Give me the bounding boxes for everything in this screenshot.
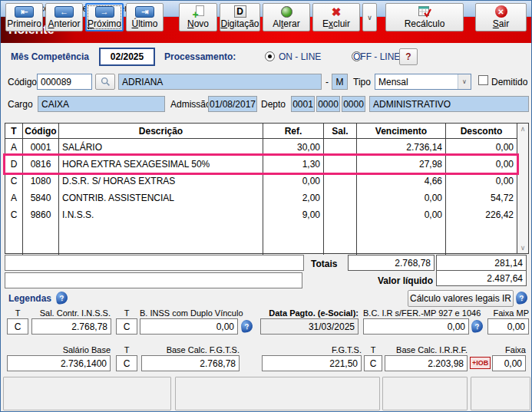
fgts-field[interactable]: 221,50: [262, 355, 362, 371]
online-radio[interactable]: [265, 51, 275, 61]
digitacao-label: Digitação: [220, 18, 259, 29]
base-fgts-value: 2.768,78: [200, 358, 236, 369]
col-header-sal[interactable]: Sal.: [324, 124, 357, 139]
excluir-button[interactable]: ✖ Excluir: [312, 3, 360, 31]
alterar-button[interactable]: Alterar: [263, 3, 310, 31]
cell-ref: 0,00: [263, 173, 324, 190]
demitido-checkbox[interactable]: [478, 75, 488, 85]
depto2-field: 0000: [316, 96, 340, 112]
tipo-chevron-down-icon[interactable]: ∨: [458, 74, 471, 89]
totals-empty-field-2[interactable]: [5, 272, 302, 288]
b-inss-duplo-field[interactable]: 0,00: [140, 318, 238, 335]
previous-record-icon: ←: [55, 6, 74, 18]
cell-ref: 1,30: [263, 156, 324, 173]
m-value: M: [336, 77, 344, 87]
col-header-descricao[interactable]: Descrição: [59, 124, 263, 139]
table-row[interactable]: C 1080 D.S.R. S/ HORAS EXTRAS 0,00 4,66 …: [5, 173, 517, 190]
primeiro-button[interactable]: ⇤ Primeiro: [5, 3, 43, 31]
table-header-row: T Código Descrição Ref. Sal. Vencimento …: [5, 124, 517, 139]
cell-vencimento: 0,00: [357, 190, 446, 206]
mes-competencia-field[interactable]: 02/2025: [99, 48, 155, 66]
cell-codigo: 0001: [23, 139, 59, 156]
totais-label: Totais: [311, 259, 337, 269]
base-irrf-field[interactable]: 2.203,98: [385, 355, 468, 371]
b-inss-duplo-help-icon[interactable]: ?: [240, 319, 253, 333]
sal-contr-inss-field[interactable]: 2.768,78: [31, 318, 111, 335]
cell-descricao: I.N.S.S.: [59, 206, 263, 223]
anterior-button[interactable]: ← Anterior: [45, 3, 83, 31]
sair-button[interactable]: ✕ Sair: [475, 3, 527, 31]
employee-name-value: ADRIANA: [122, 77, 163, 87]
proximo-button[interactable]: → Próximo: [85, 3, 124, 31]
cell-sal: [324, 139, 357, 156]
cell-ref: 9,00: [263, 206, 324, 223]
fgts-value: 221,50: [329, 358, 358, 369]
table-scrollbar[interactable]: ∧ ∨: [517, 124, 528, 253]
cell-ref: 30,00: [263, 139, 324, 156]
calculo-ir-label: Cálculo valores legais IR: [410, 293, 511, 304]
cell-sal: [324, 190, 357, 206]
legendas-help-icon[interactable]: ?: [55, 291, 68, 305]
t-label-3: T: [116, 345, 137, 354]
mes-competencia-value: 02/2025: [111, 51, 144, 62]
valor-liquido-field: 2.487,64: [436, 270, 527, 286]
search-button[interactable]: [95, 74, 115, 90]
chevron-down-icon: ∨: [367, 14, 372, 21]
table-row[interactable]: C 9860 I.N.S.S. 9,00 0,00 226,42: [5, 206, 517, 223]
cell-descricao: D.S.R. S/ HORAS EXTRAS: [59, 173, 263, 190]
novo-button[interactable]: + Novo: [179, 3, 217, 31]
sair-label: Sair: [493, 18, 509, 29]
sal-contr-inss-label: Sal. Contr. I.N.S.S.: [31, 308, 111, 318]
excluir-dropdown-button[interactable]: ∨: [362, 3, 377, 31]
employee-name-field[interactable]: ADRIANA: [118, 74, 322, 90]
cell-desconto: 0,00: [446, 173, 517, 190]
depto-nome-value: ADMINISTRATIVO: [373, 99, 451, 110]
cell-vencimento: 27,98: [357, 156, 446, 173]
recalc-sheet-icon: [418, 6, 431, 18]
primeiro-label: Primeiro: [7, 18, 41, 29]
depto-nome-field: ADMINISTRATIVO: [369, 96, 529, 112]
cell-desconto: 54,72: [446, 190, 517, 206]
bc-ir-fer-field[interactable]: 0,00: [363, 318, 469, 335]
table-empty-rows: [5, 223, 517, 255]
tipo-select[interactable]: Mensal ∨: [375, 74, 471, 90]
t-label-4: T: [364, 345, 382, 354]
offline-radio-label[interactable]: OFF - LINE: [353, 51, 400, 62]
faixa-mp-field[interactable]: 0,00: [487, 318, 529, 335]
totals-empty-field-1[interactable]: [5, 255, 304, 271]
b-inss-duplo-t-field[interactable]: C: [116, 318, 137, 335]
sal-contr-inss-t-field[interactable]: C: [7, 318, 28, 335]
demitido-label[interactable]: Demitido: [491, 77, 527, 87]
digitacao-button[interactable]: D Digitação: [220, 3, 260, 31]
recalculo-button[interactable]: Recálculo: [385, 3, 464, 31]
t-value: C: [124, 358, 131, 369]
calculo-ir-help-icon[interactable]: ?: [515, 291, 528, 305]
next-record-icon: →: [95, 6, 114, 18]
salario-base-field[interactable]: 2.736,1400: [7, 355, 111, 371]
scroll-up-icon[interactable]: ∧: [520, 125, 526, 133]
base-irrf-value: 2.203,98: [428, 358, 464, 369]
ultimo-label: Último: [131, 18, 157, 29]
base-fgts-t-field[interactable]: C: [116, 355, 137, 371]
faixa-field[interactable]: 0,00: [492, 355, 526, 371]
ultimo-button[interactable]: ⇥ Último: [126, 3, 164, 31]
faixa-mp-value: 0,00: [507, 321, 525, 332]
scroll-down-icon[interactable]: ∨: [520, 244, 526, 252]
online-radio-label[interactable]: ON - LINE: [279, 51, 321, 62]
fgts-label: F.G.T.S.: [262, 345, 362, 354]
help-button[interactable]: ?: [399, 48, 418, 65]
calculo-valores-legais-ir-button[interactable]: Cálculo valores legais IR: [408, 290, 514, 307]
col-header-vencimento[interactable]: Vencimento: [357, 124, 446, 139]
col-header-codigo[interactable]: Código: [23, 124, 59, 139]
bc-ir-fer-help-icon[interactable]: ?: [471, 319, 484, 333]
col-header-t[interactable]: T: [5, 124, 23, 139]
table-row-highlighted[interactable]: D 0816 HORA EXTRA SEXAGESIMAL 50% 1,30 2…: [5, 156, 517, 173]
table-row[interactable]: A 5840 CONTRIB. ASSISTENCIAL 2,00 0,00 5…: [5, 190, 517, 206]
table-row[interactable]: A 0001 SALÁRIO 30,00 2.736,14 0,00: [5, 139, 517, 156]
iob-badge-icon[interactable]: +IOB: [470, 357, 491, 369]
base-fgts-field[interactable]: 2.768,78: [141, 355, 240, 371]
col-header-ref[interactable]: Ref.: [263, 124, 324, 139]
codigo-input[interactable]: 000089: [37, 74, 92, 90]
base-irrf-t-field[interactable]: C: [364, 355, 382, 371]
col-header-desconto[interactable]: Desconto: [446, 124, 517, 139]
